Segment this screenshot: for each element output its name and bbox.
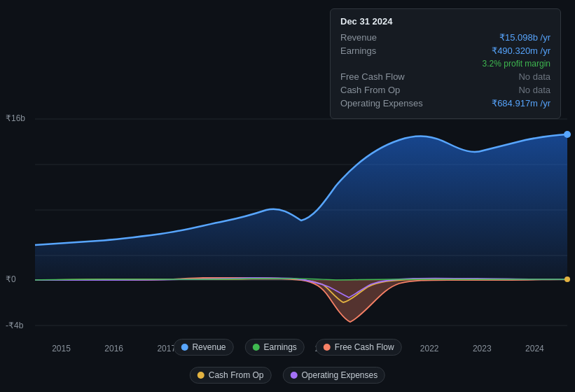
tooltip-opex-row: Operating Expenses ₹684.917m /yr bbox=[340, 98, 550, 108]
x-label-2023: 2023 bbox=[473, 344, 492, 354]
tooltip-fcf-row: Free Cash Flow No data bbox=[340, 71, 550, 82]
legend-revenue[interactable]: Revenue bbox=[173, 339, 233, 356]
legend-fcf-label: Free Cash Flow bbox=[335, 342, 394, 352]
tooltip-fcf-value: No data bbox=[518, 71, 550, 82]
tooltip-opex-value: ₹684.917m /yr bbox=[492, 98, 550, 108]
x-label-2024: 2024 bbox=[525, 344, 544, 354]
tooltip-cfo-value: No data bbox=[518, 85, 550, 95]
legend-opex-dot bbox=[290, 372, 297, 379]
legend-cfo-label: Cash From Op bbox=[209, 370, 264, 380]
chart-container: ₹16b ₹0 -₹4b 2015 2016 2017 2018 2019 20… bbox=[0, 0, 575, 392]
tooltip-fcf-label: Free Cash Flow bbox=[340, 71, 424, 82]
tooltip-cfo-label: Cash From Op bbox=[340, 85, 424, 95]
legend-cfo[interactable]: Cash From Op bbox=[190, 367, 272, 384]
legend-revenue-dot bbox=[181, 344, 188, 351]
tooltip-earnings-label: Earnings bbox=[340, 46, 424, 56]
legend-earnings[interactable]: Earnings bbox=[244, 339, 304, 356]
tooltip-cfo-row: Cash From Op No data bbox=[340, 85, 550, 95]
tooltip-earnings-value: ₹490.320m /yr bbox=[492, 46, 550, 56]
legend-revenue-label: Revenue bbox=[192, 342, 226, 352]
tooltip-revenue-value: ₹15.098b /yr bbox=[499, 32, 550, 43]
tooltip-revenue-label: Revenue bbox=[340, 32, 424, 43]
legend-opex-label: Operating Expenses bbox=[301, 370, 377, 380]
y-label-zero: ₹0 bbox=[6, 274, 16, 284]
tooltip-opex-label: Operating Expenses bbox=[340, 98, 424, 108]
x-label-2016: 2016 bbox=[104, 344, 123, 354]
y-label-top: ₹16b bbox=[6, 113, 25, 123]
tooltip-revenue-row: Revenue ₹15.098b /yr bbox=[340, 32, 550, 43]
profit-margin-text: 3.2% profit margin bbox=[483, 59, 550, 69]
legend-opex[interactable]: Operating Expenses bbox=[282, 367, 385, 384]
y-label-neg: -₹4b bbox=[6, 321, 23, 330]
tooltip-box: Dec 31 2024 Revenue ₹15.098b /yr Earning… bbox=[330, 8, 561, 119]
profit-margin-row: 3.2% profit margin bbox=[340, 59, 550, 69]
legend: Revenue Earnings Free Cash Flow Cash Fro… bbox=[144, 339, 431, 384]
svg-point-8 bbox=[564, 276, 570, 282]
legend-fcf[interactable]: Free Cash Flow bbox=[316, 339, 402, 356]
legend-earnings-dot bbox=[252, 344, 259, 351]
x-label-2015: 2015 bbox=[52, 344, 71, 354]
legend-cfo-dot bbox=[198, 372, 205, 379]
tooltip-earnings-row: Earnings ₹490.320m /yr bbox=[340, 46, 550, 56]
svg-point-7 bbox=[564, 131, 571, 138]
legend-fcf-dot bbox=[324, 344, 331, 351]
legend-earnings-label: Earnings bbox=[263, 342, 296, 352]
tooltip-date: Dec 31 2024 bbox=[340, 16, 550, 27]
